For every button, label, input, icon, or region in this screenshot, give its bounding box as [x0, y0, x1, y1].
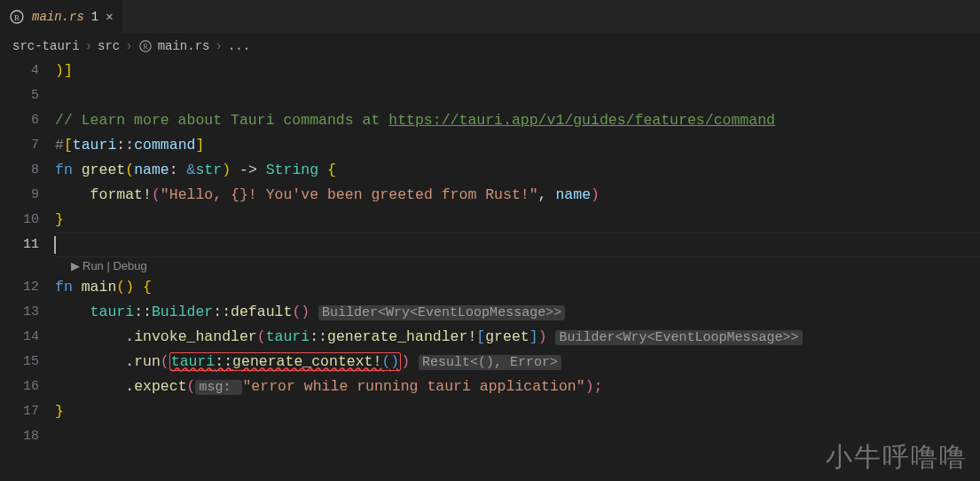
code-line: fn main() {	[55, 275, 980, 300]
code-line: )]	[55, 59, 980, 83]
code-line: .invoke_handler(tauri::generate_handler!…	[55, 325, 980, 350]
tab-dirty-badge: 1	[91, 10, 98, 24]
line-number: 4	[0, 59, 55, 83]
tab-filename: main.rs	[32, 10, 84, 24]
comment-link[interactable]: https://tauri.app/v1/guides/features/com…	[388, 112, 775, 129]
code-line: fn greet(name: &str) -> String {	[55, 158, 980, 183]
line-number: 12	[0, 275, 55, 300]
code-area[interactable]: )] // Learn more about Tauri commands at…	[55, 59, 980, 481]
line-number: 13	[0, 300, 55, 325]
breadcrumb-seg-1[interactable]: src	[98, 39, 120, 53]
code-line: format!("Hello, {}! You've been greeted …	[55, 183, 980, 208]
breadcrumb[interactable]: src-tauri › src › R main.rs › ...	[0, 34, 980, 59]
chevron-right-icon: ›	[215, 39, 222, 53]
breadcrumb-seg-0[interactable]: src-tauri	[12, 39, 80, 53]
line-number: 18	[0, 424, 55, 449]
line-number: 11	[0, 233, 55, 257]
rust-file-icon: R	[9, 9, 25, 25]
code-line: }	[55, 399, 980, 424]
chevron-right-icon: ›	[85, 39, 92, 53]
code-line	[55, 424, 980, 449]
line-number: 10	[0, 208, 55, 233]
text-cursor	[54, 236, 56, 254]
code-line: .run(tauri::generate_context!()) Result<…	[55, 350, 980, 375]
chevron-right-icon: ›	[125, 39, 132, 53]
line-number: 16	[0, 375, 55, 399]
line-number: 7	[0, 133, 55, 158]
code-line: #[tauri::command]	[55, 133, 980, 158]
rust-file-icon: R	[138, 39, 153, 53]
inlay-hint: Builder<Wry<EventLoopMessage>>	[555, 330, 802, 345]
line-number: 6	[0, 108, 55, 133]
code-line: }	[55, 208, 980, 233]
code-line: tauri::Builder::default() Builder<Wry<Ev…	[55, 300, 980, 325]
error-highlight[interactable]: tauri::generate_context!()	[169, 352, 401, 371]
line-number: 14	[0, 325, 55, 350]
breadcrumb-ellipsis[interactable]: ...	[228, 39, 250, 53]
line-number: 9	[0, 183, 55, 208]
breadcrumb-seg-2[interactable]: main.rs	[158, 39, 210, 53]
code-line: // Learn more about Tauri commands at ht…	[55, 108, 980, 133]
line-number: 5	[0, 83, 55, 108]
code-line: .expect(msg: "error while running tauri …	[55, 375, 980, 399]
code-editor[interactable]: 4 5 6 7 8 9 10 11 12 13 14 15 16 17 18 )…	[0, 59, 980, 481]
codelens-run-debug[interactable]: ▶Run | Debug	[55, 257, 980, 275]
play-icon: ▶	[71, 257, 80, 275]
inlay-hint: Builder<Wry<EventLoopMessage>>	[318, 305, 565, 320]
code-line	[55, 83, 980, 108]
editor-tab-bar: R main.rs 1 ✕	[0, 0, 980, 34]
line-number-gutter: 4 5 6 7 8 9 10 11 12 13 14 15 16 17 18	[0, 59, 55, 481]
code-line	[55, 233, 980, 257]
tab-close-icon[interactable]: ✕	[106, 9, 113, 24]
line-number: 15	[0, 350, 55, 375]
inlay-hint-param: msg:	[195, 380, 242, 395]
line-number: 17	[0, 399, 55, 424]
svg-text:R: R	[14, 12, 20, 21]
inlay-hint: Result<(), Error>	[419, 355, 561, 370]
editor-tab-mainrs[interactable]: R main.rs 1 ✕	[0, 0, 123, 33]
svg-text:R: R	[143, 43, 148, 51]
line-number: 8	[0, 158, 55, 183]
